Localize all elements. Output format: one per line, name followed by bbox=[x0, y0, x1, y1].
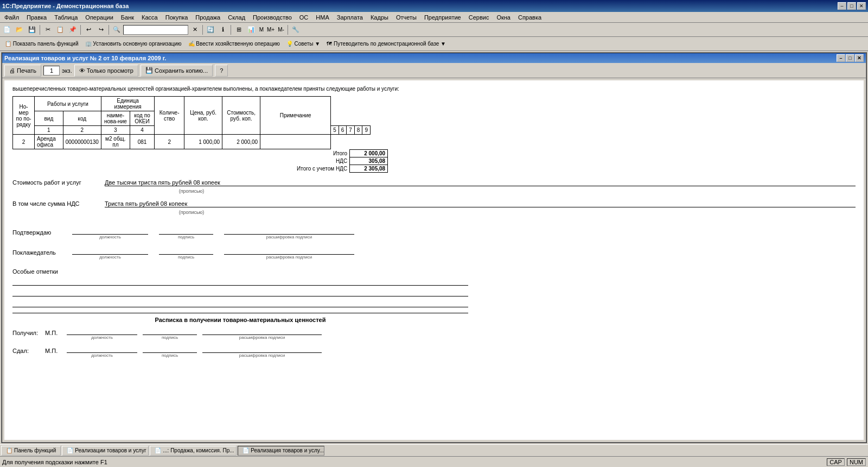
cost-text: Две тысячи триста пять рублей 08 копеек bbox=[105, 179, 220, 186]
menu-purchase[interactable]: Покупка bbox=[162, 12, 192, 22]
paste-button[interactable]: 📌 bbox=[67, 24, 79, 36]
doc-close[interactable]: ✕ bbox=[855, 54, 864, 62]
menu-enterprise[interactable]: Предприятие bbox=[421, 12, 464, 22]
header-amount: Стоимость, руб. коп. bbox=[222, 97, 260, 135]
pokl-rasshifrovka: расшифровка подписи bbox=[266, 255, 312, 260]
nds-row-label: В том числе сумма НДС bbox=[12, 200, 99, 207]
mplus-button[interactable]: M+ bbox=[266, 24, 276, 36]
maximize-button[interactable]: □ bbox=[847, 2, 856, 10]
menu-file[interactable]: Файл bbox=[1, 12, 22, 22]
cost-hint-text: (прописью) bbox=[179, 188, 205, 194]
menu-sales[interactable]: Продажа bbox=[192, 12, 224, 22]
print-button[interactable]: 🖨 Печать bbox=[4, 65, 41, 77]
menu-nma[interactable]: НМА bbox=[312, 12, 332, 22]
doc-title-buttons: – □ ✕ bbox=[837, 54, 864, 62]
sep1 bbox=[40, 25, 40, 35]
m-button[interactable]: M bbox=[258, 24, 265, 36]
guide-button[interactable]: 🗺 Путеводитель по демонстрационной базе … bbox=[324, 38, 449, 50]
cost-line: Две тысячи триста пять рублей 08 копеек bbox=[105, 179, 856, 186]
nds-value: 305,08 bbox=[350, 157, 388, 165]
copy-button[interactable]: 📋 bbox=[54, 24, 66, 36]
doc-maximize[interactable]: □ bbox=[846, 54, 854, 62]
enter-operation-button[interactable]: ✍ Ввести хозяйственную операцию bbox=[186, 38, 283, 50]
grid-button[interactable]: ⊞ bbox=[233, 24, 245, 36]
menu-edit[interactable]: Правка bbox=[23, 12, 50, 22]
poluchil-rasshifrovka: расшифровка подписи bbox=[239, 335, 285, 340]
intro-text: вышеперечисленных товарно-материальных ц… bbox=[12, 86, 856, 92]
minimize-button[interactable]: – bbox=[838, 2, 846, 10]
chart-button[interactable]: 📊 bbox=[245, 24, 257, 36]
col-5: 5 bbox=[331, 126, 339, 135]
new-button[interactable]: 📄 bbox=[1, 24, 13, 36]
menu-windows[interactable]: Окна bbox=[493, 12, 514, 22]
save-icon: 💾 bbox=[145, 67, 153, 74]
doc-window: Реализация товаров и услуг № 2 от 10 фев… bbox=[1, 52, 867, 443]
confirm-label: Подтверждаю bbox=[12, 229, 61, 236]
doc-title: Реализация товаров и услуг № 2 от 10 фев… bbox=[4, 55, 166, 61]
row-name: Аренда офиса bbox=[35, 135, 63, 149]
tips-button[interactable]: 💡 Советы ▼ bbox=[284, 38, 323, 50]
poluchil-row: Получил: М.П. должность подпись расшифро… bbox=[12, 327, 856, 340]
services-table: Но-мер по по-рядку Работы и услуги Едини… bbox=[12, 96, 371, 149]
app-title: 1С:Предприятие - Демонстрационная база bbox=[2, 3, 129, 9]
view-icon: 👁 bbox=[79, 67, 85, 74]
save-button[interactable]: 💾 bbox=[26, 24, 38, 36]
clear-search[interactable]: ✕ bbox=[189, 24, 201, 36]
search-input[interactable] bbox=[123, 25, 188, 35]
menu-production[interactable]: Производство bbox=[250, 12, 295, 22]
sdal-row: Сдал: М.П. должность подпись расшифровка… bbox=[12, 342, 856, 358]
itogo-nds-label: Итого с учетом НДС bbox=[295, 165, 350, 173]
save-copy-button[interactable]: 💾 Сохранить копию... bbox=[141, 65, 213, 77]
set-org-button[interactable]: 🏢 Установить основную организацию bbox=[82, 38, 184, 50]
open-button[interactable]: 📂 bbox=[14, 24, 25, 36]
menu-operations[interactable]: Операции bbox=[82, 12, 116, 22]
nds-hint: (прописью) bbox=[12, 209, 371, 215]
menu-salary[interactable]: Зарплата bbox=[334, 12, 366, 22]
menu-kassa[interactable]: Касса bbox=[138, 12, 161, 22]
sdal-dolzhnost: должность bbox=[91, 353, 113, 358]
menu-reports[interactable]: Отчеты bbox=[393, 12, 420, 22]
info-button[interactable]: ℹ bbox=[217, 24, 229, 36]
title-bar-buttons: – □ ✕ bbox=[838, 2, 866, 10]
cost-label: Стоимость работ и услуг bbox=[12, 179, 99, 186]
menu-service[interactable]: Сервис bbox=[465, 12, 493, 22]
header-unit: Единица измерения bbox=[101, 97, 154, 111]
header-num: Но-мер по по-рядку bbox=[13, 97, 35, 135]
menu-table[interactable]: Таблица bbox=[51, 12, 81, 22]
confirm-row: Подтверждаю должность подпись расшифровк… bbox=[12, 222, 856, 239]
extra-button[interactable]: 🔧 bbox=[290, 24, 302, 36]
header-name: наиме-нова-ние bbox=[101, 111, 130, 126]
confirm-podpis: подпись bbox=[178, 235, 194, 239]
redo-button[interactable]: ↪ bbox=[95, 24, 107, 36]
mminus-button[interactable]: M- bbox=[276, 24, 286, 36]
row-num: 2 bbox=[13, 135, 35, 149]
menu-hr[interactable]: Кадры bbox=[367, 12, 392, 22]
help-button[interactable]: ? bbox=[215, 65, 228, 77]
panel-functions-button[interactable]: 📋 Показать панель функций bbox=[2, 38, 81, 50]
cut-button[interactable]: ✂ bbox=[42, 24, 54, 36]
sdal-podpis: подпись bbox=[162, 353, 178, 358]
sep5 bbox=[231, 25, 231, 35]
search-button[interactable]: 🔍 bbox=[111, 24, 123, 36]
sdal-mp: М.П. bbox=[45, 348, 61, 354]
sep4 bbox=[202, 25, 203, 35]
view-only-button[interactable]: 👁 Только просмотр bbox=[74, 65, 138, 77]
doc-content[interactable]: вышеперечисленных товарно-материальных ц… bbox=[4, 80, 864, 440]
sdal-label: Сдал: bbox=[12, 348, 40, 354]
col-3: 3 bbox=[101, 126, 130, 135]
menu-os[interactable]: ОС bbox=[296, 12, 312, 22]
col-6: 6 bbox=[339, 126, 347, 135]
close-button[interactable]: ✕ bbox=[857, 2, 866, 10]
refresh-button[interactable]: 🔄 bbox=[205, 24, 216, 36]
page-number-input[interactable] bbox=[43, 66, 60, 75]
menu-bank[interactable]: Банк bbox=[118, 12, 137, 22]
menu-help[interactable]: Справка bbox=[515, 12, 545, 22]
pokl-dolzhnost: должность bbox=[99, 255, 121, 260]
header-works: Работы и услуги bbox=[35, 97, 101, 111]
undo-button[interactable]: ↩ bbox=[82, 24, 94, 36]
menu-warehouse[interactable]: Склад bbox=[225, 12, 248, 22]
header-code: код bbox=[63, 111, 101, 126]
doc-minimize[interactable]: – bbox=[837, 54, 845, 62]
pokl-row: Поклажедатель должность подпись расшифро… bbox=[12, 242, 856, 260]
row-unit: м2 общ. пл bbox=[101, 135, 130, 149]
